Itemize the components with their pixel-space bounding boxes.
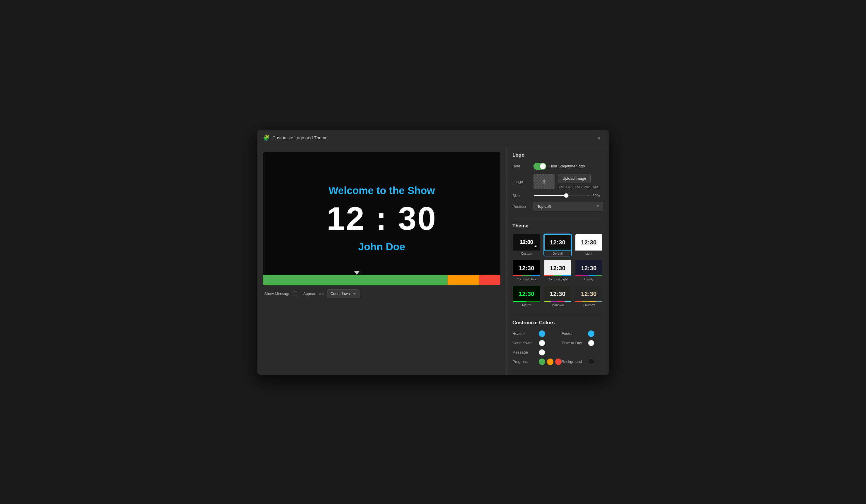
countdown-color-swatch[interactable]: [539, 340, 545, 346]
pencil-icon: ✏: [533, 244, 538, 249]
theme-card-light[interactable]: 12:30 Light: [575, 233, 603, 256]
theme-card-contrast-dark[interactable]: 12:30 Contrast Dark: [512, 259, 541, 282]
progress-red: [479, 275, 500, 285]
progress-color-row: Progress: [512, 358, 562, 365]
image-field-row: Image ⬆ Upload Image JPG, PNG, SVG, Max …: [512, 174, 603, 190]
theme-card-monokai[interactable]: 12:30 Monokai: [543, 285, 571, 308]
theme-card-candy[interactable]: 12:30 Candy: [575, 259, 603, 282]
show-message-label: Show Message: [264, 291, 290, 296]
message-color-swatch[interactable]: [539, 349, 545, 356]
position-label: Position: [512, 204, 530, 209]
size-field-row: Size 60%: [512, 194, 603, 198]
footer-color-swatch[interactable]: [588, 330, 595, 337]
theme-name-candy: Candy: [575, 276, 602, 282]
size-slider-row: 60%: [533, 194, 603, 198]
modal-title-group: 🧩 Customize Logo and Theme: [263, 135, 327, 141]
timeofday-color-swatch[interactable]: [588, 340, 595, 346]
progress-orange-swatch[interactable]: [547, 358, 553, 365]
footer-color-row: Footer: [562, 330, 603, 337]
colors-grid: Header Footer Countdown Time of Day: [512, 330, 603, 365]
customize-modal: 🧩 Customize Logo and Theme × Welcome to …: [257, 130, 609, 375]
theme-name-monokai: Monokai: [544, 302, 571, 307]
theme-card-gruvbox[interactable]: 12:30 Gruvbox: [575, 285, 603, 308]
background-color-row: Background: [562, 358, 603, 365]
size-slider[interactable]: [533, 195, 589, 196]
divider-3: [512, 371, 603, 371]
progress-indicator: [354, 271, 360, 275]
theme-card-default[interactable]: 12:30 Default: [543, 233, 571, 256]
toggle-container: Hide Stagetimer logo: [533, 163, 585, 170]
hide-toggle[interactable]: [533, 163, 546, 170]
colors-section: Customize Colors Header Footer Countdown: [512, 320, 603, 365]
preview-heading: Welcome to the Show: [329, 185, 435, 196]
progress-red-swatch[interactable]: [555, 358, 562, 365]
theme-preview-default: 12:30: [544, 234, 571, 251]
puzzle-icon: 🧩: [263, 135, 269, 141]
modal-body: Welcome to the Show 12 : 30 John Doe Sho…: [257, 146, 609, 375]
toggle-thumb: [540, 163, 546, 169]
background-color-swatch[interactable]: [588, 358, 595, 365]
image-upload-area: ⬆ Upload Image JPG, PNG, SVG, Max 3 MB: [533, 174, 598, 190]
countdown-color-row: Countdown: [512, 340, 562, 346]
timeofday-color-label: Time of Day: [562, 341, 585, 345]
message-color-label: Message: [512, 350, 536, 354]
preview-subtitle: John Doe: [358, 241, 405, 253]
theme-card-contrast-light[interactable]: 12:30 Contrast Light: [543, 259, 571, 282]
theme-name-contrast-dark: Contrast Dark: [513, 276, 540, 282]
upload-image-button[interactable]: Upload Image: [558, 174, 591, 183]
theme-section-title: Theme: [512, 223, 603, 229]
theme-name-contrast-light: Contrast Light: [544, 276, 571, 282]
theme-section: Theme 12:00 ✏ Custom 12:30: [512, 223, 603, 308]
appearance-group: Appearance Countdown Time of Day Message: [303, 289, 359, 298]
countdown-color-label: Countdown: [512, 341, 536, 345]
hide-label: Hide: [512, 164, 530, 168]
theme-preview-custom: 12:00 ✏: [513, 234, 540, 251]
theme-preview-contrast-light: 12:30: [544, 260, 571, 276]
theme-card-custom[interactable]: 12:00 ✏ Custom: [512, 233, 541, 256]
header-color-swatch[interactable]: [539, 330, 545, 337]
upload-hint: JPG, PNG, SVG, Max 3 MB: [558, 185, 598, 189]
header-color-row: Header: [512, 330, 562, 337]
image-label: Image: [512, 180, 530, 184]
header-color-label: Header: [512, 331, 536, 336]
logo-section-title: Logo: [512, 152, 603, 158]
theme-name-matrix: Matrix: [513, 302, 540, 307]
theme-card-matrix[interactable]: 12:30 Matrix: [512, 285, 541, 308]
theme-preview-contrast-dark: 12:30: [513, 260, 540, 276]
preview-controls: Show Message Appearance Countdown Time o…: [263, 289, 500, 298]
show-message-checkbox[interactable]: [293, 291, 297, 296]
theme-preview-gruvbox: 12:30: [575, 286, 602, 302]
upload-info: Upload Image JPG, PNG, SVG, Max 3 MB: [558, 174, 598, 190]
progress-green: [263, 275, 448, 285]
theme-name-light: Light: [575, 251, 602, 256]
progress-green-swatch[interactable]: [539, 358, 545, 365]
position-field-row: Position Top Left Top Center Top Right B…: [512, 202, 603, 211]
progress-color-label: Progress: [512, 359, 536, 364]
footer-color-label: Footer: [562, 331, 585, 336]
colors-section-title: Customize Colors: [512, 320, 603, 326]
right-panel: Logo Hide Hide Stagetimer logo: [506, 146, 609, 375]
theme-name-custom: Custom: [513, 251, 540, 256]
appearance-select[interactable]: Countdown Time of Day Message: [327, 289, 359, 298]
hide-field-row: Hide Hide Stagetimer logo: [512, 163, 603, 170]
progress-orange: [448, 275, 479, 285]
size-value: 60%: [592, 194, 603, 198]
theme-preview-monokai: 12:30: [544, 286, 571, 302]
logo-section: Logo Hide Hide Stagetimer logo: [512, 152, 603, 211]
theme-preview-light: 12:30: [575, 234, 602, 251]
preview-timer: 12 : 30: [327, 202, 437, 235]
theme-grid: 12:00 ✏ Custom 12:30 Default: [512, 233, 603, 308]
timeofday-color-row: Time of Day: [562, 340, 603, 346]
theme-preview-matrix: 12:30: [513, 286, 540, 302]
divider-1: [512, 218, 603, 218]
empty-cell: [562, 349, 603, 356]
close-button[interactable]: ×: [595, 134, 603, 142]
size-label: Size: [512, 194, 530, 198]
modal-header: 🧩 Customize Logo and Theme ×: [257, 130, 609, 146]
preview-area: Welcome to the Show 12 : 30 John Doe Sho…: [257, 146, 506, 375]
hide-toggle-label: Hide Stagetimer logo: [549, 164, 585, 168]
message-color-row: Message: [512, 349, 562, 356]
divider-2: [512, 315, 603, 315]
position-select[interactable]: Top Left Top Center Top Right Bottom Lef…: [533, 202, 603, 211]
upload-cloud-icon: ⬆: [542, 178, 547, 185]
